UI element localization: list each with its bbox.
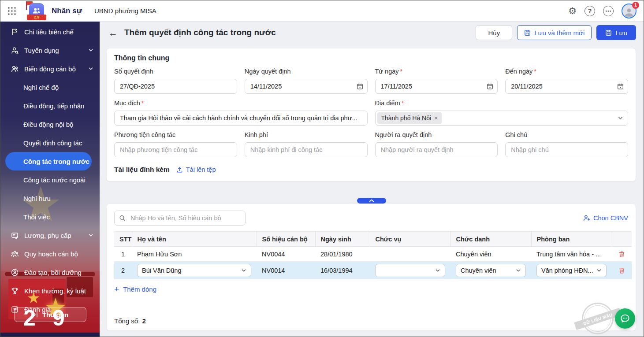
sidebar-subitem-nghi-huu[interactable]: Nghỉ hưu (0, 189, 100, 207)
search-icon (119, 215, 126, 222)
field-budget: Kinh phí (245, 131, 368, 157)
sidebar-item-bien-dong-can-bo[interactable]: Biến động cán bộ (0, 59, 100, 78)
department-select[interactable]: Văn phòng HĐN... (536, 264, 607, 277)
back-button[interactable]: ← (108, 28, 118, 37)
column-header-code: Số hiệu cán bộ (257, 232, 315, 247)
card-pen-icon (11, 232, 19, 239)
people-group-icon (11, 250, 19, 258)
app-logo: ★ 2.9 (28, 2, 45, 20)
sidebar-item-chi-tieu-bien-che[interactable]: Chỉ tiêu biên chế (0, 22, 100, 41)
general-info-card: Thông tin chung Số quyết định Ngày quyết… (106, 48, 636, 181)
app-window: ★ 2.9 Nhân sự UBND phường MISA ⚙ ? ⋯ 1 ★ (0, 0, 644, 337)
topbar: ★ 2.9 Nhân sự UBND phường MISA ⚙ ? ⋯ 1 (0, 0, 644, 22)
field-vehicle: Phương tiện công tác (114, 131, 237, 157)
plus-icon: + (114, 285, 119, 293)
title-select[interactable]: Chuyên viên (456, 264, 526, 277)
table-row-selected[interactable]: 2 Bùi Văn Dũng NV0014 16/03/1994 (114, 262, 632, 279)
upload-icon (176, 167, 183, 173)
calendar-icon[interactable] (357, 83, 363, 90)
people-icon (11, 65, 19, 73)
employee-table: STT Họ và tên Số hiệu cán bộ Ngày sinh C… (114, 231, 632, 279)
delete-row-button[interactable] (617, 267, 626, 274)
field-decision-maker: Người ra quyết định (375, 131, 498, 157)
column-header-position: Chức vụ (370, 232, 450, 247)
sidebar-item-luong-phu-cap[interactable]: Lương, phụ cấp (0, 226, 100, 244)
column-header-actions (612, 232, 632, 247)
to-date-input[interactable] (505, 79, 628, 94)
chevron-down-icon (596, 268, 602, 273)
chevron-down-icon (435, 268, 440, 273)
cancel-button[interactable]: Hủy (476, 25, 512, 40)
purpose-input[interactable] (114, 111, 368, 126)
collapse-left-icon (32, 311, 38, 318)
employee-search-input[interactable] (114, 211, 246, 226)
upload-file-button[interactable]: Tải lên tệp (176, 166, 216, 173)
app-title: Nhân sự (52, 7, 82, 15)
more-options-icon[interactable]: ⋯ (603, 6, 614, 16)
collapse-section-button[interactable] (357, 198, 386, 204)
vehicle-input[interactable] (114, 142, 237, 157)
cell-dob: 16/03/1994 (315, 262, 370, 279)
cell-title: Chuyên viên (450, 247, 531, 262)
chevron-down-icon (88, 48, 93, 53)
add-row-button[interactable]: + Thêm dòng (114, 285, 628, 293)
sidebar-item-quy-hoach-can-bo[interactable]: Quy hoạch cán bộ (0, 244, 100, 263)
field-note: Ghi chú (505, 131, 628, 157)
budget-input[interactable] (245, 142, 368, 157)
sidebar-subitem-dieu-dong-tiep-nhan[interactable]: Điều động, tiếp nhận (0, 96, 100, 115)
cell-dob: 28/01/1980 (315, 247, 370, 262)
name-select[interactable]: Bùi Văn Dũng (137, 264, 251, 277)
field-decision-date: Ngày quyết định (245, 68, 368, 94)
cell-name: Phạm Hữu Sơn (132, 247, 257, 262)
chevron-down-icon (516, 268, 521, 273)
app-grid-icon[interactable] (6, 5, 18, 17)
calendar-icon[interactable] (617, 83, 624, 90)
chevron-up-icon (369, 199, 374, 203)
cell-code: NV0044 (257, 247, 315, 262)
column-header-stt: STT (114, 232, 132, 247)
sidebar-item-tuyen-dung[interactable]: Tuyển dụng (0, 41, 100, 59)
chat-bubble-icon (619, 313, 631, 324)
delete-row-button[interactable] (617, 251, 626, 258)
person-search-icon (11, 47, 19, 54)
column-header-dob: Ngày sinh (315, 232, 370, 247)
save-button[interactable]: Lưu (596, 25, 636, 40)
version-badge: 2.9 (27, 15, 46, 20)
attachments-title: Tài liệu đính kèm (114, 166, 170, 174)
help-icon[interactable]: ? (584, 6, 595, 16)
calendar-icon[interactable] (487, 83, 493, 90)
collapse-sidebar-button[interactable]: Thu gọn (14, 307, 86, 322)
sidebar-subitem-quyet-dinh-cong-tac[interactable]: Quyết định công tác (0, 133, 100, 152)
support-chat-button[interactable] (615, 308, 635, 329)
table-row[interactable]: 1 Phạm Hữu Sơn NV0044 28/01/1980 Chuyên … (114, 247, 632, 262)
cell-code: NV0014 (257, 262, 315, 279)
decision-number-input[interactable] (114, 79, 237, 94)
field-location: Địa điểm* Thành phố Hà Nội × (375, 100, 629, 126)
chevron-down-icon[interactable] (618, 115, 623, 121)
remove-tag-icon[interactable]: × (434, 115, 438, 121)
sidebar-item-dao-tao-boi-duong[interactable]: Đào tạo, bồi dưỡng (0, 263, 100, 281)
note-input[interactable] (505, 142, 628, 157)
sidebar-subitem-cong-tac-trong-nuoc-active[interactable]: Công tác trong nước (5, 152, 92, 170)
save-icon (524, 30, 531, 36)
employee-table-card: Chọn CBNV STT Họ và tên Số hiệu cán bộ N… (106, 204, 636, 331)
location-multiselect[interactable]: Thành phố Hà Nội × (375, 111, 629, 126)
sidebar-item-khen-thuong-ky-luat[interactable]: Khen thưởng, kỷ luật (0, 281, 100, 300)
location-tag: Thành phố Hà Nội × (377, 112, 442, 124)
sidebar-subitem-nghi-che-do[interactable]: Nghỉ chế độ (0, 78, 100, 96)
person-plus-icon (583, 215, 590, 222)
chevron-down-icon (88, 66, 93, 71)
position-select[interactable] (375, 264, 445, 277)
settings-gear-icon[interactable]: ⚙ (568, 6, 577, 15)
decision-date-input[interactable] (245, 79, 368, 94)
sidebar-subitem-cong-tac-nuoc-ngoai[interactable]: Công tác nước ngoài (0, 170, 100, 189)
save-and-new-button[interactable]: Lưu và thêm mới (517, 25, 592, 40)
org-name[interactable]: UBND phường MISA (94, 7, 156, 15)
from-date-input[interactable] (375, 79, 498, 94)
main-content: ← Thêm quyết định công tác trong nước Hủ… (100, 22, 644, 337)
sidebar-subitem-thoi-viec[interactable]: Thôi việc (0, 207, 100, 226)
choose-cbnv-button[interactable]: Chọn CBNV (583, 215, 628, 222)
sidebar-subitem-dieu-dong-noi-bo[interactable]: Điều động nội bộ (0, 115, 100, 133)
trophy-icon (11, 287, 19, 295)
decision-maker-input[interactable] (375, 142, 498, 157)
